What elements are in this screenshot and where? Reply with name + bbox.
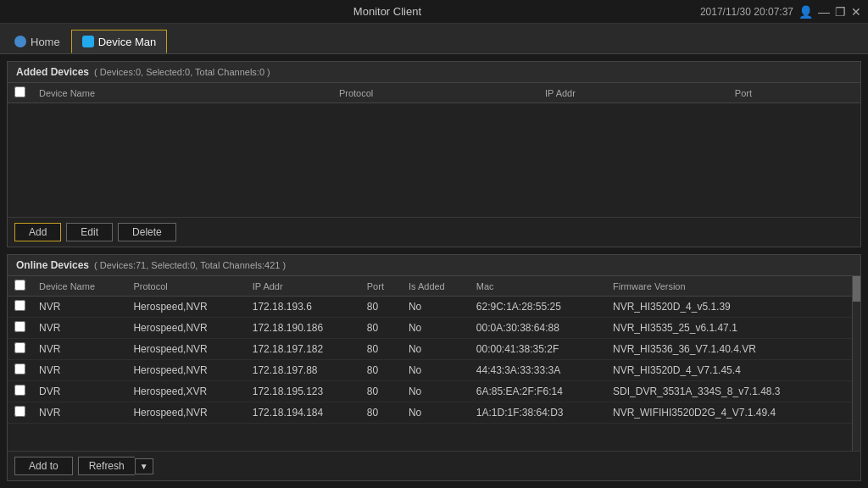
row-checkbox[interactable] [14, 363, 25, 374]
row-device-name: NVR [32, 318, 126, 339]
row-device-name: NVR [32, 297, 126, 318]
row-checkbox-cell[interactable] [8, 339, 32, 360]
row-firmware: NVR_WIFIHI3520D2G_4_V7.1.49.4 [606, 402, 852, 424]
row-protocol: Herospeed,XVR [126, 381, 245, 402]
row-ip: 172.18.197.88 [246, 360, 360, 381]
device-icon [82, 36, 94, 47]
added-col-port: Port [728, 83, 860, 103]
row-port: 80 [360, 360, 402, 381]
refresh-dropdown[interactable]: Refresh ▼ [78, 457, 153, 475]
row-checkbox[interactable] [14, 321, 25, 332]
row-mac: 62:9C:1A:28:55:25 [470, 297, 606, 318]
add-device-button[interactable]: Add [14, 223, 61, 241]
row-checkbox-cell[interactable] [8, 360, 32, 381]
row-firmware: NVR_HI3520D_4_v5.1.39 [606, 297, 852, 318]
online-col-checkbox [8, 276, 32, 297]
row-ip: 172.18.194.184 [246, 402, 360, 424]
row-mac: 00:0A:30:38:64:88 [470, 318, 606, 339]
online-device-row[interactable]: NVR Herospeed,NVR 172.18.197.88 80 No 44… [8, 360, 852, 381]
row-port: 80 [360, 339, 402, 360]
row-mac: 00:00:41:38:35:2F [470, 339, 606, 360]
online-devices-footer: Add to Refresh ▼ [8, 451, 860, 480]
online-devices-info: ( Devices:71, Selected:0, Total Channels… [94, 260, 286, 270]
titlebar-datetime: 2017/11/30 20:07:37 [700, 6, 793, 18]
added-devices-panel: Added Devices ( Devices:0, Selected:0, T… [7, 61, 861, 247]
row-mac: 6A:85:EA:2F:F6:14 [470, 381, 606, 402]
row-checkbox[interactable] [14, 385, 25, 396]
online-select-all[interactable] [14, 280, 25, 291]
profile-icon[interactable]: 👤 [798, 5, 813, 19]
row-port: 80 [360, 297, 402, 318]
row-device-name: NVR [32, 402, 126, 424]
add-to-button[interactable]: Add to [14, 457, 73, 475]
row-checkbox-cell[interactable] [8, 381, 32, 402]
added-col-checkbox [8, 83, 32, 103]
row-is-added: No [402, 297, 470, 318]
row-device-name: NVR [32, 339, 126, 360]
row-ip: 172.18.193.6 [246, 297, 360, 318]
delete-device-button[interactable]: Delete [118, 223, 176, 241]
row-protocol: Herospeed,NVR [126, 297, 245, 318]
row-port: 80 [360, 318, 402, 339]
edit-device-button[interactable]: Edit [66, 223, 113, 241]
row-device-name: DVR [32, 381, 126, 402]
online-devices-table-scroll[interactable]: Device Name Protocol IP Addr Port Is Add… [8, 276, 852, 451]
online-col-firmware: Firmware Version [606, 276, 852, 297]
tab-home-label: Home [31, 36, 60, 48]
online-col-port: Port [360, 276, 402, 297]
row-checkbox-cell[interactable] [8, 297, 32, 318]
online-device-row[interactable]: NVR Herospeed,NVR 172.18.194.184 80 No 1… [8, 402, 852, 424]
row-firmware: NVR_HI3536_36_V7.1.40.4.VR [606, 339, 852, 360]
row-device-name: NVR [32, 360, 126, 381]
added-select-all[interactable] [14, 86, 25, 97]
row-mac: 1A:1D:1F:38:64:D3 [470, 402, 606, 424]
row-firmware: NVR_HI3535_25_v6.1.47.1 [606, 318, 852, 339]
home-icon [14, 36, 26, 47]
row-checkbox-cell[interactable] [8, 402, 32, 424]
row-checkbox[interactable] [14, 406, 25, 417]
navbar: Home Device Man [0, 24, 868, 54]
row-protocol: Herospeed,NVR [126, 339, 245, 360]
added-col-protocol: Protocol [332, 83, 538, 103]
row-is-added: No [402, 339, 470, 360]
row-firmware: NVR_HI3520D_4_V7.1.45.4 [606, 360, 852, 381]
row-is-added: No [402, 360, 470, 381]
added-col-name: Device Name [32, 83, 332, 103]
scrollbar[interactable] [852, 276, 860, 451]
titlebar: Monitor Client 2017/11/30 20:07:37 👤 — ❐… [0, 0, 868, 24]
refresh-dropdown-arrow[interactable]: ▼ [135, 458, 153, 474]
tab-home[interactable]: Home [3, 30, 71, 53]
online-device-row[interactable]: NVR Herospeed,NVR 172.18.197.182 80 No 0… [8, 339, 852, 360]
refresh-button[interactable]: Refresh [78, 457, 135, 475]
online-col-is-added: Is Added [402, 276, 470, 297]
online-col-ip: IP Addr [246, 276, 360, 297]
row-port: 80 [360, 402, 402, 424]
row-checkbox[interactable] [14, 300, 25, 311]
online-device-row[interactable]: NVR Herospeed,NVR 172.18.190.186 80 No 0… [8, 318, 852, 339]
row-is-added: No [402, 402, 470, 424]
row-checkbox-cell[interactable] [8, 318, 32, 339]
added-devices-table-wrap: Device Name Protocol IP Addr Port [8, 83, 860, 217]
online-devices-title: Online Devices [16, 259, 89, 271]
minimize-button[interactable]: — [818, 5, 830, 19]
added-devices-table-scroll[interactable]: Device Name Protocol IP Addr Port [8, 83, 860, 217]
tab-device-man[interactable]: Device Man [71, 30, 168, 53]
main-content: Added Devices ( Devices:0, Selected:0, T… [0, 54, 868, 488]
scroll-thumb[interactable] [853, 276, 860, 302]
online-device-row[interactable]: DVR Herospeed,XVR 172.18.195.123 80 No 6… [8, 381, 852, 402]
online-col-name: Device Name [32, 276, 126, 297]
restore-button[interactable]: ❐ [835, 5, 846, 19]
online-devices-table: Device Name Protocol IP Addr Port Is Add… [8, 276, 852, 424]
row-is-added: No [402, 381, 470, 402]
online-device-row[interactable]: NVR Herospeed,NVR 172.18.193.6 80 No 62:… [8, 297, 852, 318]
row-ip: 172.18.195.123 [246, 381, 360, 402]
added-devices-title: Added Devices [16, 66, 89, 78]
online-devices-header: Online Devices ( Devices:71, Selected:0,… [8, 255, 860, 276]
titlebar-controls: 2017/11/30 20:07:37 👤 — ❐ ✕ [700, 5, 861, 19]
added-col-ip: IP Addr [538, 83, 728, 103]
app-title: Monitor Client [75, 5, 700, 18]
added-devices-header: Added Devices ( Devices:0, Selected:0, T… [8, 62, 860, 83]
online-devices-tbody: NVR Herospeed,NVR 172.18.193.6 80 No 62:… [8, 297, 852, 424]
row-checkbox[interactable] [14, 342, 25, 353]
close-button[interactable]: ✕ [851, 5, 861, 19]
